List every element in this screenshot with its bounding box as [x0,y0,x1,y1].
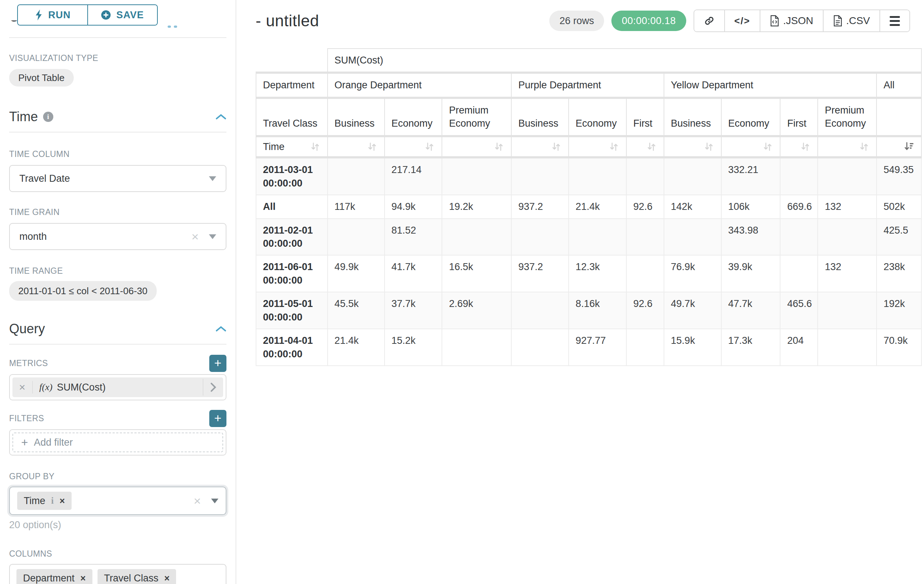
info-icon[interactable]: i [51,496,54,506]
pivot-cell: 21.4k [328,329,384,366]
pivot-cell: 343.98 [721,219,780,255]
metric-name: SUM(Cost) [57,382,106,393]
code-icon: </> [734,15,751,26]
pivot-sort-cell [328,136,384,157]
pivot-rows-dimension: Time [256,136,328,157]
export-csv-button[interactable]: .CSV [823,10,879,31]
pivot-cell [818,292,876,329]
collapse-chevron-up-icon[interactable] [216,114,226,120]
pivot-group-header: Orange Department [328,72,511,97]
menu-button[interactable] [879,10,909,31]
divider [9,132,226,133]
group-by-select[interactable]: Time i × × [9,487,226,515]
sort-icon[interactable] [762,141,773,152]
pivot-cell: 81.52 [384,219,442,255]
pivot-cell [442,329,511,366]
clear-icon[interactable]: × [193,495,201,507]
columns-select[interactable]: Department × Travel Class × × [9,564,226,584]
pivot-cell: 502k [876,195,921,218]
remove-metric-icon[interactable]: × [12,381,33,393]
sort-icon[interactable] [493,141,504,152]
pivot-subcolumn-header: Business [511,98,569,136]
expand-metric-icon[interactable] [203,379,223,396]
remove-pill-icon[interactable]: × [80,573,86,584]
time-grain-value: month [19,231,47,242]
pivot-cell: 15.2k [384,329,442,366]
pivot-subcolumns-dimension: Travel Class [256,98,328,136]
add-metric-button[interactable]: + [209,355,226,372]
time-range-pill[interactable]: 2011-01-01 ≤ col < 2011-06-30 [9,281,157,301]
sort-icon[interactable] [609,141,619,152]
info-icon[interactable]: i [43,112,53,122]
remove-pill-icon[interactable]: × [164,573,170,584]
sort-icon[interactable] [310,141,321,152]
chevron-down-icon [209,234,216,239]
pivot-cell: 142k [664,195,721,218]
pivot-corner-cell [256,49,328,72]
sort-desc-icon[interactable] [904,141,914,152]
add-filter-dropzone[interactable]: + Add filter [12,433,223,452]
columns-pill-travel-class[interactable]: Travel Class × [97,569,177,584]
sort-icon[interactable] [367,141,378,152]
add-filter-plus-button[interactable]: + [209,410,226,427]
pivot-cell: 937.2 [511,255,569,292]
view-query-button[interactable]: </> [724,10,760,31]
pivot-cell [664,157,721,195]
pivot-row-label: All [256,195,328,218]
chevron-down-icon [209,176,216,181]
pivot-subcolumn-header: First [626,98,664,136]
pivot-subcolumn-header: Economy [569,98,626,136]
sort-icon[interactable] [800,141,811,152]
pivot-subcolumn-header: Economy [721,98,780,136]
chevron-up-icon-clipped[interactable] [168,26,177,28]
metrics-label: METRICS [9,359,48,368]
pivot-cell [511,157,569,195]
time-range-label: TIME RANGE [9,266,226,276]
export-json-button[interactable]: .JSON [760,10,822,31]
pivot-row-label: 2011-05-01 00:00:00 [256,292,328,329]
json-label: .JSON [783,15,813,26]
pivot-cell [511,219,569,255]
clear-icon[interactable]: × [191,230,199,243]
time-column-value: Travel Date [19,173,70,184]
divider [9,344,226,345]
time-column-select[interactable]: Travel Date [9,165,226,192]
hamburger-icon [890,16,900,26]
fx-icon: f(x) [40,382,53,393]
chart-title[interactable]: - untitled [256,12,319,30]
pivot-cell [626,157,664,195]
run-button[interactable]: RUN [18,5,87,25]
pivot-cell: 21.4k [569,195,626,218]
visualization-type-label: VISUALIZATION TYPE [9,53,226,63]
csv-file-icon [833,15,843,26]
pivot-sort-cell [818,136,876,157]
columns-pill-department[interactable]: Department × [16,569,92,584]
sort-icon[interactable] [551,141,562,152]
pivot-subcolumn-header: Business [664,98,721,136]
pivot-subcolumn-header: Premium Economy [442,98,511,136]
pivot-cell [664,219,721,255]
pivot-subcolumn-header: Economy [384,98,442,136]
chart-area: - untitled 26 rows 00:00:00.18 </> [237,0,924,584]
copy-link-button[interactable] [694,10,724,31]
sort-icon[interactable] [424,141,435,152]
sort-icon[interactable] [646,141,657,152]
time-grain-select[interactable]: month × [9,223,226,250]
metric-chip[interactable]: × f(x) SUM(Cost) [12,377,223,397]
visualization-type-pill[interactable]: Pivot Table [9,69,74,87]
query-section-header: Query [9,321,226,337]
divider [9,37,226,38]
pivot-subcolumn-header: Business [328,98,384,136]
remove-pill-icon[interactable]: × [59,496,65,506]
pivot-cell: 19.2k [442,195,511,218]
save-button[interactable]: SAVE [87,5,157,25]
pivot-cell: 70.9k [876,329,921,366]
sort-icon[interactable] [859,141,870,152]
query-section-title: Query [9,321,45,337]
pivot-group-header: Yellow Department [664,72,876,97]
group-by-pill-time[interactable]: Time i × [17,492,72,510]
metrics-control: × f(x) SUM(Cost) [9,374,226,400]
collapse-chevron-up-icon[interactable] [216,326,226,332]
pivot-cell [569,157,626,195]
sort-icon[interactable] [703,141,714,152]
